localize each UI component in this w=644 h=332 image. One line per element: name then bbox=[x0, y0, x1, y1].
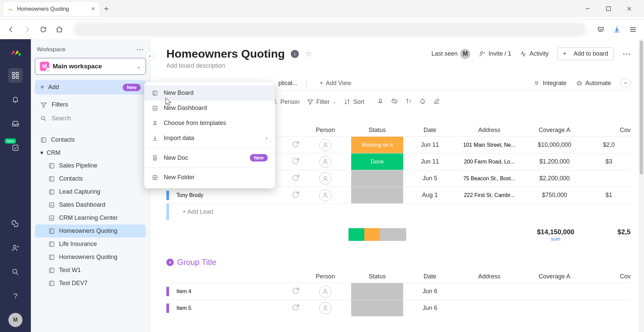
sort-button[interactable]: Sort bbox=[344, 98, 364, 106]
height-icon[interactable] bbox=[405, 98, 412, 106]
rail-workspaces[interactable] bbox=[8, 68, 23, 83]
col-address[interactable]: Address bbox=[457, 124, 522, 136]
col-person[interactable]: Person bbox=[300, 270, 352, 283]
download-icon[interactable] bbox=[612, 24, 622, 35]
chat-icon[interactable] bbox=[291, 191, 300, 200]
person-cell[interactable] bbox=[300, 285, 352, 297]
add-view-button[interactable]: +Add View bbox=[320, 80, 351, 87]
group-header[interactable]: ▾ Group Title bbox=[166, 258, 631, 267]
col-date[interactable]: Date bbox=[403, 124, 457, 136]
close-tab-icon[interactable]: × bbox=[91, 5, 95, 12]
board-description[interactable]: Add board description bbox=[166, 62, 631, 69]
sidebar-board-contacts2[interactable]: Contacts bbox=[35, 172, 146, 185]
maximize-icon[interactable] bbox=[602, 3, 614, 15]
name-cell[interactable]: Item 5 bbox=[166, 304, 300, 313]
close-window-icon[interactable] bbox=[623, 3, 635, 15]
chat-icon[interactable] bbox=[291, 287, 300, 296]
name-cell[interactable]: Tony Brody bbox=[166, 191, 300, 200]
monday-logo[interactable] bbox=[9, 45, 22, 59]
filter-button[interactable]: Filter⌄ bbox=[307, 98, 336, 106]
person-cell[interactable] bbox=[300, 156, 352, 168]
status-cell[interactable]: Working on it bbox=[351, 137, 403, 153]
rail-inbox[interactable] bbox=[8, 116, 23, 131]
forward-icon[interactable] bbox=[22, 24, 32, 35]
person-cell[interactable] bbox=[300, 189, 352, 201]
address-cell[interactable]: 75 Beacon St., Bost... bbox=[457, 170, 522, 187]
date-cell[interactable]: Jun 5 bbox=[403, 175, 457, 182]
col-coverage-a[interactable]: Coverage A bbox=[522, 270, 587, 283]
sidebar-board-lead-capturing[interactable]: Lead Capturing bbox=[35, 185, 146, 198]
menu-choose-templates[interactable]: Choose from templates bbox=[144, 116, 275, 131]
address-cell[interactable]: 101 Main Street, Ne... bbox=[457, 137, 522, 153]
chat-icon[interactable] bbox=[291, 304, 300, 313]
collapse-header-button[interactable] bbox=[621, 78, 631, 88]
coverage-a-cell[interactable]: $1,200,000 bbox=[522, 158, 587, 165]
person-cell[interactable] bbox=[300, 139, 352, 151]
erase-icon[interactable] bbox=[433, 98, 440, 106]
address-bar[interactable] bbox=[74, 22, 586, 37]
rail-apps[interactable] bbox=[8, 216, 23, 231]
scrollbar-thumb[interactable] bbox=[640, 41, 643, 175]
chat-icon[interactable] bbox=[291, 157, 300, 167]
col-address[interactable]: Address bbox=[457, 270, 522, 283]
filters-button[interactable]: Filters bbox=[35, 98, 146, 112]
sidebar-board-contacts[interactable]: Contacts bbox=[35, 133, 146, 146]
col-status[interactable]: Status bbox=[351, 124, 403, 136]
status-cell[interactable] bbox=[351, 187, 403, 203]
board-title[interactable]: Homeowners Quoting bbox=[166, 47, 285, 60]
add-to-board-button[interactable]: + Add to board bbox=[557, 47, 614, 60]
star-icon[interactable]: ☆ bbox=[305, 49, 312, 59]
integrate-button[interactable]: Integrate bbox=[533, 80, 567, 87]
home-icon[interactable] bbox=[54, 24, 64, 35]
rail-avatar[interactable]: M bbox=[8, 313, 22, 327]
reload-icon[interactable] bbox=[38, 24, 48, 35]
add-lead-button[interactable]: + Add Lead bbox=[166, 203, 631, 220]
person-cell[interactable] bbox=[300, 302, 352, 314]
activity-button[interactable]: Activity bbox=[520, 50, 548, 57]
workspace-more-icon[interactable]: ⋯ bbox=[137, 45, 144, 54]
rail-search[interactable] bbox=[8, 265, 23, 279]
sidebar-folder-crm[interactable]: ▾CRM bbox=[35, 146, 146, 159]
date-cell[interactable]: Jun 11 bbox=[403, 141, 457, 148]
pocket-icon[interactable] bbox=[596, 24, 606, 35]
col-coverage-b[interactable]: Cov bbox=[587, 270, 631, 283]
more-icon[interactable]: ⋯ bbox=[623, 49, 631, 59]
coverage-b-cell[interactable]: $3 bbox=[587, 158, 631, 165]
name-cell[interactable]: Item 4 bbox=[166, 287, 300, 296]
status-cell[interactable] bbox=[351, 170, 403, 187]
sidebar-board-sales-pipeline[interactable]: Sales Pipeline bbox=[35, 159, 146, 172]
color-icon[interactable] bbox=[419, 98, 426, 106]
status-cell[interactable]: Done bbox=[351, 153, 403, 170]
date-cell[interactable]: Jun 11 bbox=[403, 158, 457, 165]
rail-notifications[interactable] bbox=[8, 92, 23, 107]
col-coverage-a[interactable]: Coverage A bbox=[522, 124, 587, 136]
address-cell[interactable]: 200 Farm Road, Lo... bbox=[457, 153, 522, 170]
hide-icon[interactable] bbox=[391, 98, 398, 106]
chat-icon[interactable] bbox=[291, 174, 300, 183]
person-cell[interactable] bbox=[300, 173, 352, 185]
sidebar-board-homeowners-quoting2[interactable]: Homeowners Quoting bbox=[35, 251, 146, 264]
table-row[interactable]: Item 4Jun 6 bbox=[166, 283, 631, 300]
status-cell[interactable] bbox=[351, 300, 403, 316]
sidebar-board-test-dev7[interactable]: Test DEV7 bbox=[35, 277, 146, 290]
pin-icon[interactable] bbox=[377, 98, 384, 106]
scrollbar[interactable] bbox=[639, 39, 644, 332]
menu-new-dashboard[interactable]: New Dashboard bbox=[144, 101, 275, 116]
back-icon[interactable] bbox=[6, 24, 16, 35]
sidebar-board-life-insurance[interactable]: Life Insurance bbox=[35, 238, 146, 251]
address-cell[interactable]: 222 First St. Cambr... bbox=[457, 187, 522, 204]
sidebar-board-sales-dashboard[interactable]: Sales Dashboard bbox=[35, 198, 146, 211]
menu-import-data[interactable]: Import data› bbox=[144, 131, 275, 146]
browser-tab[interactable]: Homeowners Quoting × bbox=[3, 2, 100, 16]
new-tab-button[interactable]: + bbox=[104, 4, 109, 13]
date-cell[interactable]: Jun 6 bbox=[403, 288, 457, 295]
date-cell[interactable]: Jun 6 bbox=[403, 305, 457, 312]
minimize-icon[interactable] bbox=[582, 3, 594, 15]
menu-icon[interactable] bbox=[628, 24, 638, 35]
sidebar-board-test-w1[interactable]: Test W1 bbox=[35, 264, 146, 277]
add-button[interactable]: + Add New bbox=[35, 80, 146, 94]
rail-mywork[interactable]: New bbox=[8, 140, 23, 155]
sidebar-board-homeowners-quoting[interactable]: Homeowners Quoting bbox=[35, 224, 146, 238]
status-cell[interactable] bbox=[351, 283, 403, 300]
rail-invite[interactable] bbox=[8, 241, 23, 255]
